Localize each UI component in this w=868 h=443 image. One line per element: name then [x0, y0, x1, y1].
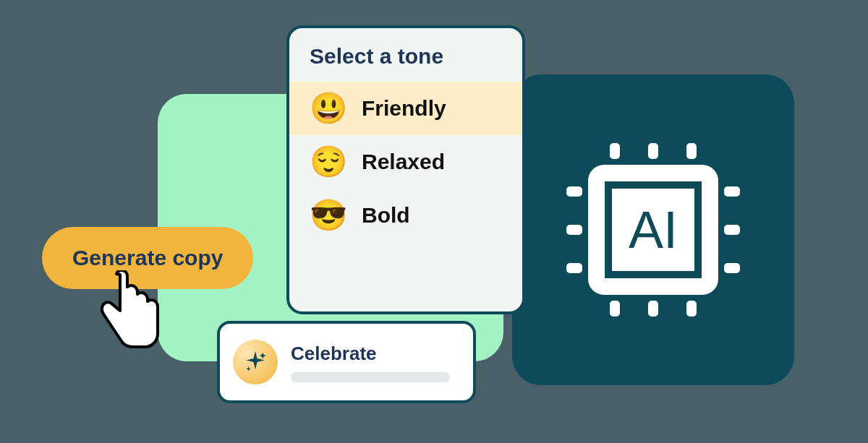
smile-emoji-icon: 😃: [310, 93, 347, 124]
tone-panel-title: Select a tone: [289, 44, 522, 82]
tone-option-label: Bold: [362, 203, 410, 228]
ai-chip-icon: AI: [545, 121, 762, 338]
tone-selector-panel: Select a tone 😃 Friendly 😌 Relaxed 😎 Bol…: [286, 25, 525, 314]
tone-option-friendly[interactable]: 😃 Friendly: [289, 82, 522, 135]
svg-rect-6: [724, 225, 740, 235]
ai-feature-card: AI: [512, 74, 794, 385]
tone-option-relaxed[interactable]: 😌 Relaxed: [289, 135, 522, 189]
svg-rect-11: [610, 301, 620, 317]
svg-rect-10: [686, 143, 697, 159]
tone-option-label: Friendly: [362, 96, 446, 121]
sunglasses-emoji-icon: 😎: [310, 200, 347, 231]
svg-rect-13: [686, 301, 697, 317]
cursor-pointer-icon: [93, 270, 161, 350]
tone-option-label: Relaxed: [362, 150, 445, 174]
svg-rect-9: [648, 143, 658, 159]
celebrate-content: Celebrate: [291, 343, 460, 382]
svg-rect-4: [566, 263, 582, 273]
svg-rect-3: [566, 225, 582, 235]
relieved-emoji-icon: 😌: [310, 147, 347, 177]
svg-rect-12: [648, 301, 658, 317]
svg-rect-8: [610, 143, 620, 159]
tone-option-bold[interactable]: 😎 Bold: [289, 189, 522, 242]
celebrate-card[interactable]: Celebrate: [217, 321, 476, 403]
svg-rect-2: [566, 186, 582, 197]
celebrate-label: Celebrate: [291, 343, 460, 365]
svg-text:AI: AI: [629, 201, 678, 259]
svg-rect-7: [724, 263, 740, 273]
sparkles-icon: [233, 340, 278, 384]
svg-rect-5: [724, 186, 740, 197]
celebrate-progress-placeholder: [291, 372, 450, 382]
